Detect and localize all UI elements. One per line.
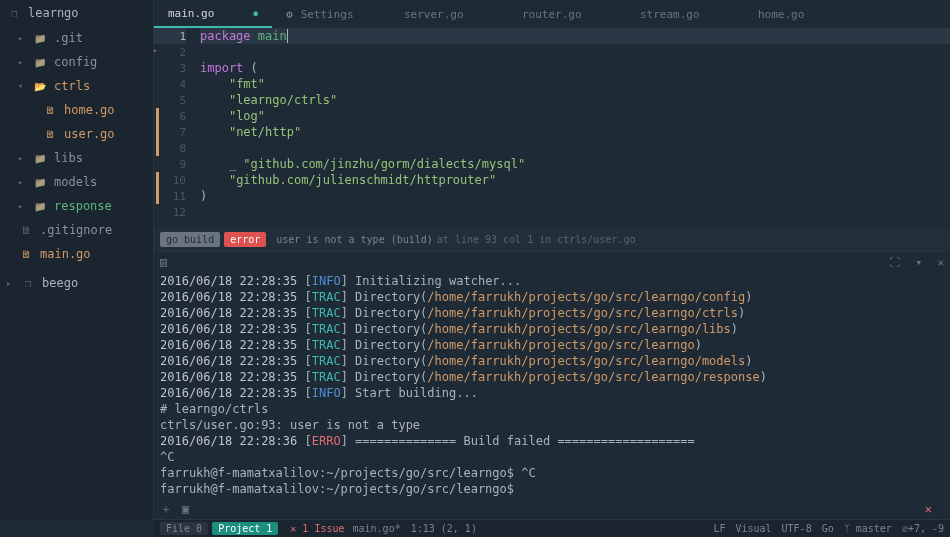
focus-icon[interactable]: ⛶	[889, 256, 900, 269]
tab-label: server.go	[404, 8, 464, 21]
terminal-line: farrukh@f-mamatxalilov:~/projects/go/src…	[160, 481, 944, 497]
book-icon: ❐	[20, 277, 36, 290]
expand-icon[interactable]: ▾	[916, 256, 923, 269]
code-line[interactable]: )	[200, 188, 950, 204]
tree-folder[interactable]: ▸.git	[0, 26, 153, 50]
editor-tab[interactable]: main.go●	[154, 0, 272, 28]
tree-label: .gitignore	[40, 223, 112, 237]
tree-folder[interactable]: ▸libs	[0, 146, 153, 170]
tree-label: .git	[54, 31, 83, 45]
terminal-line: # learngo/ctrls	[160, 401, 944, 417]
chevron-icon: ▾	[18, 81, 28, 91]
gear-icon: ⚙	[286, 8, 293, 21]
folder-icon	[32, 199, 48, 213]
secondary-label: beego	[42, 276, 78, 290]
editor-tab[interactable]: home.go	[744, 0, 862, 28]
status-lineending[interactable]: LF	[713, 523, 725, 534]
folder-icon	[32, 175, 48, 189]
tree-folder[interactable]: ▾ctrls	[0, 74, 153, 98]
code-line[interactable]: package main	[200, 28, 950, 44]
folder-icon	[32, 151, 48, 165]
tree-folder[interactable]: ▸models	[0, 170, 153, 194]
error-badge[interactable]: error	[224, 232, 266, 247]
status-mode[interactable]: Visual	[735, 523, 771, 534]
editor-tab[interactable]: server.go	[390, 0, 508, 28]
add-terminal-icon[interactable]: ＋	[160, 501, 172, 518]
line-number: 4	[154, 76, 186, 92]
tree-label: libs	[54, 151, 83, 165]
book-icon: ❐	[6, 7, 22, 20]
tree-file[interactable]: 🗎home.go	[0, 98, 153, 122]
lint-message: user is not a type (build)	[276, 234, 433, 245]
editor-tab[interactable]: router.go	[508, 0, 626, 28]
code-line[interactable]	[200, 44, 950, 60]
tree-label: user.go	[64, 127, 115, 141]
chevron-icon: ▸	[18, 153, 28, 163]
line-number: 12	[154, 204, 186, 220]
terminal-line: ctrls/user.go:93: user is not a type	[160, 417, 944, 433]
code-area[interactable]: package mainimport ( "fmt" "learngo/ctrl…	[200, 28, 950, 227]
tree-label: main.go	[40, 247, 91, 261]
tree-file[interactable]: 🗎user.go	[0, 122, 153, 146]
terminal-line: farrukh@f-mamatxalilov:~/projects/go/src…	[160, 465, 944, 481]
tree-file[interactable]: 🗎main.go	[0, 242, 153, 266]
chevron-icon: ▸	[18, 33, 28, 43]
tree-folder[interactable]: ▸response	[0, 194, 153, 218]
status-project-pill[interactable]: Project 1	[212, 522, 278, 535]
tab-label: router.go	[522, 8, 582, 21]
code-line[interactable]: "learngo/ctrls"	[200, 92, 950, 108]
folder-icon	[32, 31, 48, 45]
code-line[interactable]: "net/http"	[200, 124, 950, 140]
line-number: 3	[154, 60, 186, 76]
status-lang[interactable]: Go	[822, 523, 834, 534]
code-line[interactable]: "fmt"	[200, 76, 950, 92]
tab-label: Settings	[301, 8, 354, 21]
status-file-pill[interactable]: File 0	[160, 522, 208, 535]
status-branch[interactable]: ᛉ master	[844, 523, 892, 534]
status-issues[interactable]: ✕ 1 Issue	[290, 523, 344, 534]
file-icon: 🗎	[42, 104, 58, 117]
status-filename: main.go*	[353, 523, 401, 534]
project-label: learngo	[28, 6, 79, 20]
editor-tab[interactable]: ⚙Settings	[272, 0, 390, 28]
file-tree-sidebar[interactable]: ❐ learngo ▸.git▸config▾ctrls🗎home.go🗎use…	[0, 0, 154, 519]
code-line[interactable]: "github.com/julienschmidt/httprouter"	[200, 172, 950, 188]
editor-tab[interactable]: stream.go	[626, 0, 744, 28]
terminal-icon: ▤	[160, 255, 167, 269]
code-line[interactable]	[200, 204, 950, 220]
code-line[interactable]	[200, 140, 950, 156]
terminal-panel[interactable]: 2016/06/18 22:28:35 [INFO] Initializing …	[154, 271, 950, 499]
tree-label: ctrls	[54, 79, 90, 93]
terminal-line: 2016/06/18 22:28:35 [INFO] Start buildin…	[160, 385, 944, 401]
error-marker-icon: ▸	[154, 45, 157, 55]
secondary-project[interactable]: ▸ ❐ beego	[0, 270, 153, 296]
line-number: 9	[154, 156, 186, 172]
project-root[interactable]: ❐ learngo	[0, 0, 153, 26]
code-editor[interactable]: ▸ 123456789101112 package mainimport ( "…	[154, 28, 950, 227]
terminal-line: 2016/06/18 22:28:35 [TRAC] Directory(/ho…	[160, 369, 944, 385]
terminal-line: 2016/06/18 22:28:35 [TRAC] Directory(/ho…	[160, 289, 944, 305]
terminal-footer: ＋ ▣ ✕	[154, 499, 950, 519]
line-number: 1	[154, 28, 186, 44]
code-line[interactable]: _ "github.com/jinzhu/gorm/dialects/mysql…	[200, 156, 950, 172]
terminal-prompt-icon[interactable]: ▣	[182, 502, 189, 516]
tree-folder[interactable]: ▸config	[0, 50, 153, 74]
close-icon[interactable]: ✕	[937, 256, 944, 269]
line-number: 2	[154, 44, 186, 60]
tree-file[interactable]: 🗎.gitignore	[0, 218, 153, 242]
terminal-line: 2016/06/18 22:28:36 [ERRO] =============…	[160, 433, 944, 449]
code-line[interactable]: import (	[200, 60, 950, 76]
status-encoding[interactable]: UTF-8	[782, 523, 812, 534]
terminal-line: 2016/06/18 22:28:35 [TRAC] Directory(/ho…	[160, 337, 944, 353]
chevron-icon: ▸	[18, 57, 28, 67]
terminal-line: 2016/06/18 22:28:35 [TRAC] Directory(/ho…	[160, 321, 944, 337]
code-line[interactable]: "log"	[200, 108, 950, 124]
gobuild-badge[interactable]: go build	[160, 232, 220, 247]
terminal-header: ▤ ⛶ ▾ ✕	[154, 251, 950, 271]
status-position[interactable]: ⎚+7, -9	[902, 523, 944, 534]
line-number: 5	[154, 92, 186, 108]
terminal-line: 2016/06/18 22:28:35 [TRAC] Directory(/ho…	[160, 353, 944, 369]
tree-label: models	[54, 175, 97, 189]
close-terminal-icon[interactable]: ✕	[925, 502, 932, 516]
terminal-line: 2016/06/18 22:28:35 [INFO] Initializing …	[160, 273, 944, 289]
